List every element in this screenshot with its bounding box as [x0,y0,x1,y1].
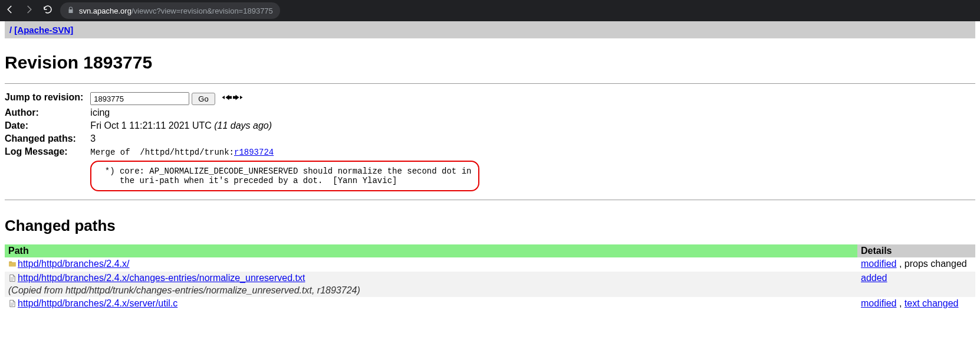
jump-label: Jump to revision: [5,91,90,106]
col-details: Details [857,244,975,257]
table-row: httpd/httpd/branches/2.4.x/server/util.c… [5,297,975,311]
details-cell: modified , text changed [857,297,975,311]
revision-input[interactable] [90,92,189,105]
details-cell: modified , props changed [857,257,975,272]
reload-icon[interactable] [42,4,53,17]
detail-link[interactable]: modified [861,298,896,308]
author-value: icing [90,106,479,119]
path-link[interactable]: httpd/httpd/branches/2.4.x/changes-entri… [18,273,305,283]
date-value: Fri Oct 1 11:21:11 2021 UTC (11 days ago… [90,119,479,132]
detail-rest: , [896,298,904,308]
nav-controls [5,4,53,17]
log-merge-line: Merge of /httpd/httpd/trunk:r1893724 [90,148,479,157]
detail-rest: , props changed [896,259,966,269]
divider [5,200,975,200]
file-icon [8,274,17,285]
back-icon[interactable] [5,4,15,17]
table-row: httpd/httpd/branches/2.4.x/modified , pr… [5,257,975,272]
table-row: httpd/httpd/branches/2.4.x/changes-entri… [5,272,975,297]
detail-link[interactable]: added [861,273,887,283]
date-label: Date: [5,119,90,132]
url-text: svn.apache.org/viewvc?view=revision&revi… [79,6,273,15]
log-value: Merge of /httpd/httpd/trunk:r1893724 *) … [90,145,479,192]
author-label: Author: [5,106,90,119]
log-label: Log Message: [5,145,90,192]
browser-chrome: svn.apache.org/viewvc?view=revision&revi… [0,0,980,21]
page-title: Revision 1893775 [5,53,975,73]
path-link[interactable]: httpd/httpd/branches/2.4.x/ [18,259,129,269]
details-cell: added [857,272,975,297]
detail-link[interactable]: modified [861,259,896,269]
lock-icon [67,5,74,16]
log-merge-link[interactable]: r1893724 [234,148,274,157]
go-button[interactable]: Go [192,93,215,105]
next-rev-icon[interactable] [233,93,244,104]
breadcrumb: / [Apache-SVN] [5,21,975,38]
jump-controls: Go [90,91,479,106]
changed-paths-title: Changed paths [5,217,975,235]
address-bar[interactable]: svn.apache.org/viewvc?view=revision&revi… [60,2,280,19]
copied-from: (Copied from httpd/httpd/trunk/changes-e… [8,285,854,296]
col-path: Path [5,244,857,257]
path-cell: httpd/httpd/branches/2.4.x/server/util.c [5,297,857,311]
divider [5,83,975,84]
detail-link-2[interactable]: text changed [905,298,959,308]
log-highlight-box: *) core: AP_NORMALIZE_DECODE_UNRESERVED … [90,161,479,191]
changed-paths-value: 3 [90,132,479,145]
forward-icon[interactable] [24,4,34,17]
changed-paths-table: Path Details httpd/httpd/branches/2.4.x/… [5,244,975,311]
folder-icon [8,260,17,270]
changed-paths-label: Changed paths: [5,132,90,145]
file-icon [8,299,17,310]
path-cell: httpd/httpd/branches/2.4.x/ [5,257,857,272]
breadcrumb-slash: / [9,25,12,35]
breadcrumb-root-link[interactable]: [Apache-SVN] [14,25,73,35]
log-body: *) core: AP_NORMALIZE_DECODE_UNRESERVED … [100,167,470,185]
meta-table: Jump to revision: Go Author: icing Date:… [5,91,479,192]
prev-rev-icon[interactable] [221,93,232,104]
path-link[interactable]: httpd/httpd/branches/2.4.x/server/util.c [18,298,177,308]
path-cell: httpd/httpd/branches/2.4.x/changes-entri… [5,272,857,297]
